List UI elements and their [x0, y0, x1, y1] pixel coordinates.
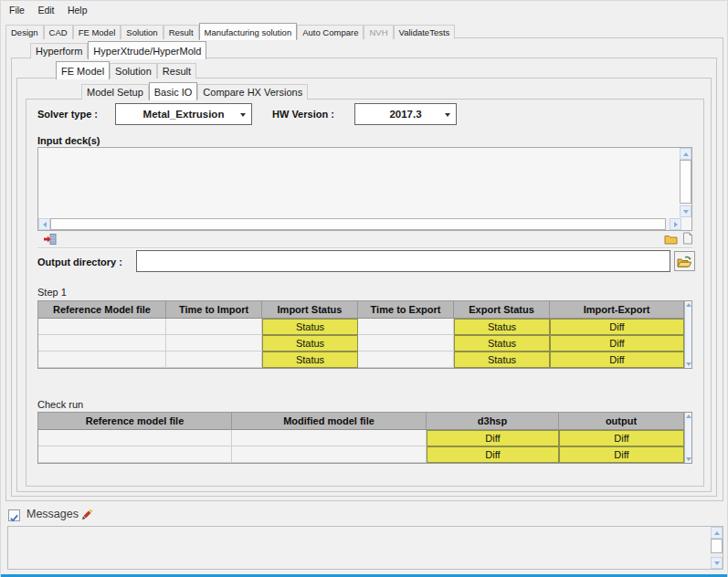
checkmark-icon: [9, 513, 19, 523]
modified-model-file-cell: [232, 430, 427, 446]
input-decks-listbox[interactable]: [37, 147, 692, 231]
output-diff-button[interactable]: Diff: [559, 446, 684, 463]
hw-version-select[interactable]: 2017.3: [354, 103, 457, 125]
reference-model-file-cell: [38, 446, 232, 463]
tab-compare-hx-versions[interactable]: Compare HX Versions: [197, 84, 308, 100]
file-icon[interactable]: [682, 232, 693, 245]
tab-result-sub[interactable]: Result: [157, 63, 196, 79]
col-header: Reference Model file: [38, 301, 166, 319]
messages-checkbox[interactable]: [8, 509, 20, 521]
menu-bar: File Edit Help: [1, 1, 727, 19]
table-row: Status Status Diff: [38, 335, 684, 351]
check-run-header-row: Reference model file Modified model file…: [38, 413, 684, 430]
import-export-diff-button[interactable]: Diff: [550, 351, 684, 368]
tab-solution-sub[interactable]: Solution: [110, 63, 157, 79]
tab-auto-compare[interactable]: Auto Compare: [297, 25, 364, 39]
hw-version-label: HW Version :: [272, 109, 334, 120]
pencil-icon[interactable]: [81, 509, 93, 520]
d3hsp-diff-button[interactable]: Diff: [427, 446, 559, 463]
open-folder-icon: [677, 256, 692, 268]
scroll-up-icon[interactable]: [686, 414, 691, 418]
tab-cad[interactable]: CAD: [44, 25, 73, 39]
scroll-right-icon[interactable]: [670, 218, 681, 230]
tab-fe-model[interactable]: FE Model: [73, 25, 121, 39]
col-header: Time to Export: [358, 301, 454, 319]
col-header: Reference model file: [38, 413, 232, 430]
listbox-vertical-scrollbar[interactable]: [680, 148, 691, 217]
messages-vertical-scrollbar[interactable]: [711, 527, 723, 569]
export-status-button[interactable]: Status: [454, 319, 550, 335]
import-export-diff-button[interactable]: Diff: [550, 319, 684, 335]
scroll-down-icon[interactable]: [686, 457, 691, 461]
scrollbar-track[interactable]: [711, 539, 723, 557]
scroll-down-icon[interactable]: [680, 205, 691, 217]
menu-edit[interactable]: Edit: [33, 2, 58, 18]
scroll-up-icon[interactable]: [686, 303, 691, 307]
col-header: Modified model file: [232, 413, 427, 430]
tab-manufacturing-solution[interactable]: Manufacturing solution: [199, 23, 298, 40]
tab-result[interactable]: Result: [164, 25, 199, 39]
scrollbar-thumb[interactable]: [50, 218, 666, 230]
tab-fe-model-sub[interactable]: FE Model: [56, 61, 110, 79]
main-tab-bar: Design CAD FE Model Solution Result Manu…: [5, 23, 455, 39]
table-row: Status Status Diff: [38, 351, 684, 368]
section-tab-bar: Model Setup Basic IO Compare HX Versions: [81, 82, 308, 100]
table-row: Diff Diff: [38, 446, 684, 463]
app-window: File Edit Help Design CAD FE Model Solut…: [0, 0, 728, 577]
col-header: d3hsp: [427, 413, 559, 430]
time-to-export-cell: [358, 335, 454, 351]
remove-file-icon[interactable]: [44, 233, 57, 246]
messages-log-area[interactable]: [7, 526, 723, 570]
hw-version-value: 2017.3: [389, 109, 421, 120]
step1-title: Step 1: [37, 287, 67, 298]
export-status-button[interactable]: Status: [454, 351, 550, 368]
check-run-table: Reference model file Modified model file…: [37, 412, 692, 464]
step1-table: Reference Model file Time to Import Impo…: [37, 300, 692, 369]
tab-solution[interactable]: Solution: [121, 25, 163, 39]
chevron-down-icon: [445, 113, 450, 117]
folder-icon[interactable]: [664, 234, 678, 245]
import-status-button[interactable]: Status: [262, 335, 358, 351]
time-to-import-cell: [166, 351, 262, 368]
tab-model-setup[interactable]: Model Setup: [81, 84, 149, 100]
listbox-horizontal-scrollbar[interactable]: [38, 218, 681, 230]
browse-output-button[interactable]: [674, 251, 695, 271]
scroll-down-icon[interactable]: [711, 557, 723, 569]
time-to-import-cell: [166, 319, 262, 335]
time-to-export-cell: [358, 319, 454, 335]
menu-help[interactable]: Help: [63, 2, 92, 18]
solver-type-label: Solver type :: [37, 109, 98, 120]
scroll-down-icon[interactable]: [686, 362, 691, 366]
import-status-button[interactable]: Status: [262, 351, 358, 368]
import-status-button[interactable]: Status: [262, 319, 358, 335]
table-vertical-scrollbar[interactable]: [684, 413, 691, 463]
scrollbar-track[interactable]: [680, 160, 691, 205]
col-header: Export Status: [454, 301, 550, 319]
export-status-button[interactable]: Status: [454, 335, 550, 351]
table-vertical-scrollbar[interactable]: [684, 301, 691, 368]
tab-design[interactable]: Design: [5, 25, 44, 39]
scrollbar-thumb[interactable]: [711, 539, 723, 553]
divider: [37, 247, 692, 249]
import-export-diff-button[interactable]: Diff: [550, 335, 684, 351]
tab-nvh[interactable]: NVH: [364, 25, 393, 39]
output-directory-input[interactable]: [136, 250, 670, 272]
solver-type-select[interactable]: Metal_Extrusion: [115, 103, 252, 125]
output-directory-label: Output directory :: [37, 257, 122, 268]
tab-hyperform[interactable]: Hyperform: [30, 43, 88, 58]
tab-hyperxtrude-hypermold[interactable]: HyperXtrude/HyperMold: [88, 41, 206, 59]
scroll-up-icon[interactable]: [711, 527, 723, 539]
d3hsp-diff-button[interactable]: Diff: [427, 430, 559, 446]
col-header: Import Status: [262, 301, 358, 319]
scrollbar-thumb[interactable]: [680, 160, 691, 204]
tab-validatetests[interactable]: ValidateTests: [394, 25, 456, 39]
scrollbar-track[interactable]: [50, 218, 670, 230]
output-diff-button[interactable]: Diff: [559, 430, 684, 446]
scroll-left-icon[interactable]: [38, 218, 50, 230]
menu-file[interactable]: File: [5, 2, 29, 18]
check-run-title: Check run: [37, 399, 83, 410]
scroll-up-icon[interactable]: [680, 148, 691, 160]
col-header: Import-Export: [550, 301, 684, 319]
tab-basic-io[interactable]: Basic IO: [149, 82, 198, 100]
col-header: output: [559, 413, 684, 430]
